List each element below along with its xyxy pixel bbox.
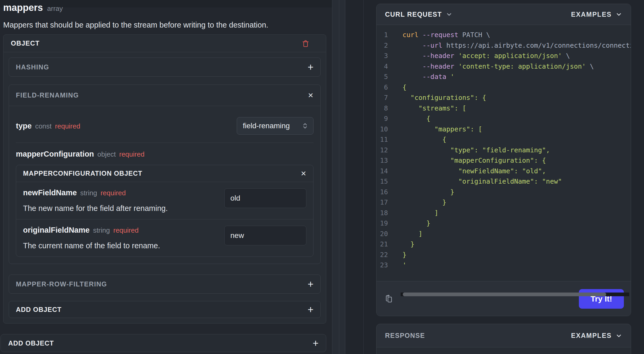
curl-examples-dropdown[interactable]: EXAMPLES: [571, 11, 622, 18]
panel-divider-scrollbar[interactable]: [332, 0, 345, 354]
code-horizontal-scrollbar[interactable]: [401, 293, 629, 296]
line-number: 15: [377, 176, 388, 187]
response-panel: RESPONSE EXAMPLES: [376, 324, 631, 354]
line-number: 10: [377, 124, 388, 135]
curl-request-title: CURL REQUEST: [385, 11, 442, 18]
line-number: 13: [377, 155, 388, 166]
close-icon[interactable]: ✕: [308, 92, 314, 99]
mapper-configuration-label-row: mapperConfiguration object required: [16, 143, 314, 165]
code-line: 21 }: [377, 239, 631, 250]
add-object-outer-label: ADD OBJECT: [8, 339, 54, 347]
line-number: 5: [377, 72, 388, 82]
new-field-name-row: newFieldName string required The new nam…: [16, 182, 313, 219]
code-line: 2 --url https://api.airbyte.com/v1/conne…: [377, 40, 631, 51]
variant-field-renaming: FIELD-RENAMING ✕ type const required fie…: [9, 85, 321, 264]
copy-icon: [385, 294, 394, 304]
mapper-configuration-required: required: [119, 150, 144, 158]
field-renaming-header: FIELD-RENAMING ✕: [9, 85, 320, 106]
add-object-button-inner[interactable]: ADD OBJECT +: [9, 301, 321, 318]
mapper-configuration-name: mapperConfiguration: [16, 150, 94, 158]
type-select-value: field-renaming: [243, 122, 290, 130]
new-field-name-description: The new name for the field after renamin…: [23, 204, 224, 213]
line-number: 22: [377, 250, 388, 260]
line-number: 14: [377, 166, 388, 176]
original-field-name-label: originalFieldName: [23, 226, 90, 234]
type-select[interactable]: field-renaming: [237, 117, 314, 135]
page-title: mappers: [3, 2, 43, 13]
code-line: 23': [377, 260, 631, 271]
line-number: 12: [377, 145, 388, 156]
original-field-name-input[interactable]: [224, 226, 306, 245]
curl-examples-label: EXAMPLES: [571, 11, 612, 18]
code-line: 10 "mappers": [: [377, 124, 631, 135]
select-chevrons-icon: [302, 122, 308, 130]
line-number: 21: [377, 239, 388, 250]
new-field-name-label: newFieldName: [23, 188, 77, 197]
new-field-name-meta: string: [80, 189, 97, 197]
line-number: 18: [377, 208, 388, 218]
code-line: 18 ]: [377, 208, 631, 218]
code-line: 3 --header 'accept: application/json' \: [377, 51, 631, 61]
curl-request-panel: CURL REQUEST EXAMPLES 1curl --request PA…: [376, 4, 631, 316]
plus-icon: +: [308, 304, 314, 315]
object-card-header: OBJECT: [3, 35, 326, 52]
code-line: 20 ]: [377, 229, 631, 239]
code-line: 11 {: [377, 134, 631, 145]
line-number: 11: [377, 134, 388, 145]
type-field-name: type: [16, 122, 32, 130]
code-line: 13 "mapperConfiguration": {: [377, 155, 631, 166]
original-field-name-required: required: [113, 226, 138, 234]
schema-panel: mappers array Mappers that should be app…: [0, 0, 332, 354]
code-line: 22}: [377, 250, 631, 260]
plus-icon: +: [308, 279, 314, 289]
original-field-name-description: The current name of the field to rename.: [23, 241, 224, 250]
object-card: OBJECT HASHING + FIELD-RENAMI: [3, 34, 326, 324]
original-field-name-row: originalFieldName string required The cu…: [16, 219, 313, 256]
page-description: Mappers that should be applied to the st…: [3, 21, 326, 29]
line-number: 20: [377, 229, 388, 239]
trash-icon: [302, 39, 310, 48]
field-renaming-label: FIELD-RENAMING: [16, 91, 79, 99]
type-field-required: required: [55, 122, 80, 130]
mapper-configuration-meta: object: [97, 150, 116, 158]
line-number: 3: [377, 51, 388, 61]
response-title: RESPONSE: [385, 332, 425, 339]
code-lines: 1curl --request PATCH \2 --url https://a…: [377, 25, 631, 271]
code-line: 1curl --request PATCH \: [377, 30, 631, 40]
page-head: mappers array Mappers that should be app…: [3, 2, 326, 29]
variant-mapper-row-filtering[interactable]: MAPPER-ROW-FILTERING +: [9, 275, 321, 294]
mapper-configuration-card: MAPPERCONFIGURATION OBJECT ✕ newFieldNam…: [16, 165, 314, 257]
try-it-button[interactable]: Try It!: [579, 289, 624, 309]
line-number: 8: [377, 103, 388, 114]
code-line: 9 {: [377, 113, 631, 124]
new-field-name-input[interactable]: [224, 188, 306, 208]
line-number: 7: [377, 92, 388, 103]
curl-request-dropdown[interactable]: CURL REQUEST: [385, 11, 453, 18]
line-number: 9: [377, 113, 388, 124]
column-divider-line: [363, 0, 364, 354]
type-field-row: type const required field-renaming: [16, 113, 314, 143]
curl-footer: Try It!: [377, 281, 631, 316]
code-line: 7 "configurations": {: [377, 92, 631, 103]
delete-object-button[interactable]: [302, 39, 310, 48]
scrollbar-thumb[interactable]: [403, 293, 606, 296]
response-examples-dropdown[interactable]: EXAMPLES: [571, 332, 622, 339]
code-line: 6{: [377, 82, 631, 93]
response-header: RESPONSE EXAMPLES: [377, 324, 631, 347]
line-number: 1: [377, 30, 388, 40]
copy-code-button[interactable]: [383, 293, 395, 305]
line-number: 6: [377, 82, 388, 93]
curl-request-header: CURL REQUEST EXAMPLES: [377, 4, 631, 25]
mapper-configuration-title: MAPPERCONFIGURATION OBJECT: [23, 170, 142, 177]
code-line: 19 }: [377, 218, 631, 229]
code-line: 4 --header 'content-type: application/js…: [377, 61, 631, 72]
plus-icon: +: [308, 62, 314, 72]
mapper-configuration-header: MAPPERCONFIGURATION OBJECT ✕: [16, 165, 313, 182]
close-icon[interactable]: ✕: [301, 170, 306, 177]
add-object-button-outer[interactable]: ADD OBJECT +: [1, 334, 326, 352]
code-line: 14 "newFieldName": "old",: [377, 166, 631, 176]
page-title-type: array: [47, 5, 63, 13]
chevron-down-icon: [615, 11, 622, 18]
line-number: 16: [377, 187, 388, 197]
variant-hashing[interactable]: HASHING +: [9, 57, 321, 77]
